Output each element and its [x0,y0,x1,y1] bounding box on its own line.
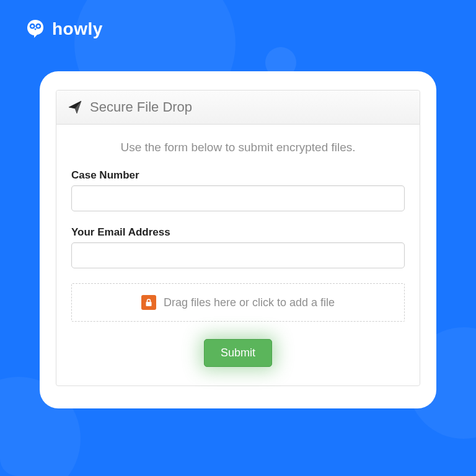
panel-title: Secure File Drop [90,99,192,115]
svg-point-2 [31,25,33,27]
panel-body: Use the form below to submit encrypted f… [56,125,420,386]
svg-rect-4 [146,302,151,306]
case-number-label: Case Number [71,169,405,182]
brand-logo: howly [25,19,103,40]
email-input[interactable] [71,242,405,268]
panel-header: Secure File Drop [56,90,420,125]
submit-button[interactable]: Submit [204,339,272,367]
file-lock-icon [141,295,156,310]
file-dropzone[interactable]: Drag files here or click to add a file [71,283,405,322]
case-number-field-group: Case Number [71,169,405,211]
email-field-group: Your Email Address [71,226,405,268]
brand-name: howly [52,19,103,39]
instructions-text: Use the form below to submit encrypted f… [71,141,405,154]
paper-plane-icon [68,100,82,115]
form-card: Secure File Drop Use the form below to s… [40,71,436,408]
dropzone-text: Drag files here or click to add a file [164,296,335,309]
case-number-input[interactable] [71,185,405,211]
secure-file-drop-panel: Secure File Drop Use the form below to s… [56,90,420,386]
email-label: Your Email Address [71,226,405,239]
svg-point-3 [37,25,40,27]
submit-row: Submit [71,339,405,367]
owl-icon [25,19,46,40]
